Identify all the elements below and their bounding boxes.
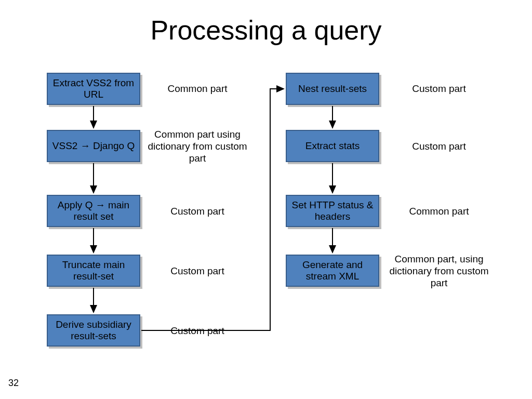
step-label-apply-q: Custom part (145, 206, 249, 218)
step-label-vss2-django-q: Common part using dictionary from custom… (145, 129, 249, 164)
step-box-extract-stats: Extract stats (286, 130, 379, 162)
step-box-generate-xml: Generate and stream XML (286, 255, 379, 287)
step-box-nest-result-sets: Nest result-sets (286, 73, 379, 105)
step-label-nest-result-sets: Custom part (387, 83, 491, 95)
step-label-generate-xml: Common part, using dictionary from custo… (387, 254, 491, 289)
step-label-extract-vss2: Common part (145, 83, 249, 95)
slide-number: 32 (8, 378, 19, 389)
step-label-set-http: Common part (387, 206, 491, 218)
step-box-derive-subsidiary: Derive subsidiary result-sets (47, 314, 140, 347)
step-label-truncate: Custom part (145, 265, 249, 277)
step-box-apply-q: Apply Q → main result set (47, 195, 140, 227)
step-box-set-http: Set HTTP status & headers (286, 195, 379, 227)
step-box-vss2-django-q: VSS2 → Django Q (47, 130, 140, 162)
slide-stage: Processing a query Extract VSS2 from URL… (0, 0, 532, 399)
step-box-extract-vss2: Extract VSS2 from URL (47, 73, 140, 105)
step-box-truncate: Truncate main result-set (47, 255, 140, 287)
step-label-derive-subsidiary: Custom part (145, 325, 249, 337)
slide-title: Processing a query (0, 15, 532, 46)
step-label-extract-stats: Custom part (387, 141, 491, 153)
